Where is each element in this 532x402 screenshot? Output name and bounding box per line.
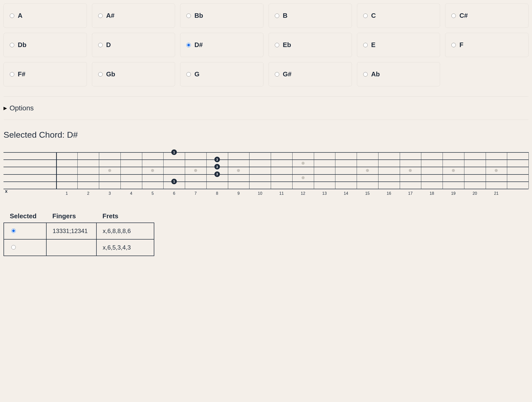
fret-number: 4 [130,191,132,196]
note-card-bb[interactable]: Bb [180,4,263,28]
col-header-fingers: Fingers [46,210,96,223]
fret-number: 10 [258,191,262,196]
note-radio[interactable] [10,72,14,77]
cell-selected [4,223,46,239]
note-radio[interactable] [98,72,103,77]
fret-number: 18 [430,191,434,196]
options-label: Options [10,104,34,112]
note-radio[interactable] [186,72,191,77]
note-card-e[interactable]: E [357,33,440,57]
fret-number: 16 [387,191,391,196]
fretboard-inlay [452,169,455,172]
string-line [4,181,528,182]
fretboard-inlay [237,169,240,172]
note-card-csharp[interactable]: C# [445,4,528,28]
note-radio[interactable] [98,43,103,47]
cell-frets: x,6,8,8,8,6 [96,223,154,239]
note-radio[interactable] [451,43,456,47]
note-card-b[interactable]: B [269,4,352,28]
fret-line [185,152,185,189]
col-header-selected: Selected [4,210,46,223]
note-radio[interactable] [10,43,14,47]
note-radio[interactable] [186,43,191,47]
fret-line [228,152,228,189]
fret-number: 15 [365,191,370,196]
note-label: Gb [106,70,115,78]
note-card-gsharp[interactable]: G# [269,62,352,86]
fret-line [486,152,486,189]
fretboard-inlay [366,169,369,172]
fret-line [77,152,78,189]
note-label: Eb [283,41,291,49]
fret-number: 17 [408,191,413,196]
note-radio[interactable] [98,14,103,18]
fret-line [56,152,57,189]
note-label: F# [18,70,25,78]
options-toggle[interactable]: ▶ Options [4,104,528,112]
note-card-db[interactable]: Db [4,33,87,57]
note-radio[interactable] [363,14,368,18]
note-label: C [371,12,376,20]
table-row: x,6,5,3,4,3 [4,239,154,256]
fret-number: 6 [173,191,175,196]
fret-number: 13 [322,191,327,196]
note-card-a[interactable]: A [4,4,87,28]
note-radio[interactable] [363,43,368,47]
fret-line [292,152,293,189]
divider [4,96,528,97]
voicing-table: Selected Fingers Frets 13331;12341x,6,8,… [4,210,154,256]
note-radio[interactable] [451,14,456,18]
note-card-g[interactable]: G [180,62,263,86]
cell-fingers: 13331;12341 [46,223,96,239]
note-card-fsharp[interactable]: F# [4,62,87,86]
fret-line [249,152,249,189]
cell-selected [4,239,46,256]
note-radio[interactable] [275,43,279,47]
voicing-radio[interactable] [11,245,16,250]
finger-dot: 1 [171,149,177,155]
note-card-eb[interactable]: Eb [269,33,352,57]
note-radio[interactable] [363,72,368,77]
fret-number: 20 [473,191,477,196]
note-label: A [18,12,23,20]
fret-line [443,152,443,189]
fret-line [142,152,142,189]
string-line [4,167,528,167]
fret-number: 9 [237,191,240,196]
fret-number: 2 [87,191,89,196]
table-row: 13331;12341x,6,8,8,8,6 [4,223,154,239]
note-radio[interactable] [186,14,191,18]
note-card-gb[interactable]: Gb [92,62,175,86]
fret-line [400,152,400,189]
note-label: G# [283,70,292,78]
fret-line [206,152,207,189]
fret-number: 8 [216,191,218,196]
fret-number: 1 [66,191,68,196]
note-label: C# [459,12,468,20]
note-label: F [459,41,463,49]
fret-line [357,152,357,189]
fret-number: 19 [451,191,456,196]
note-label: A# [106,12,114,20]
fret-number: 12 [301,191,305,196]
note-radio[interactable] [10,14,14,18]
fretboard-inlay [302,176,305,179]
note-card-asharp[interactable]: A# [92,4,175,28]
note-card-f[interactable]: F [445,33,528,57]
note-card-c[interactable]: C [357,4,440,28]
finger-dot: 3 [214,171,220,177]
note-card-ab[interactable]: Ab [357,62,440,86]
note-card-dsharp[interactable]: D# [180,33,263,57]
note-radio[interactable] [275,72,279,77]
note-label: Ab [371,70,380,78]
string-line [4,189,528,189]
fret-line [528,152,529,189]
cell-frets: x,6,5,3,4,3 [96,239,154,256]
col-header-frets: Frets [96,210,154,223]
fret-number: 14 [344,191,348,196]
voicing-radio[interactable] [11,229,16,233]
note-radio[interactable] [275,14,279,18]
note-card-d[interactable]: D [92,33,175,57]
selected-chord-heading: Selected Chord: D# [4,130,528,140]
note-grid: AA#BbBCC#DbDD#EbEFF#GbGG#Ab [4,4,528,86]
